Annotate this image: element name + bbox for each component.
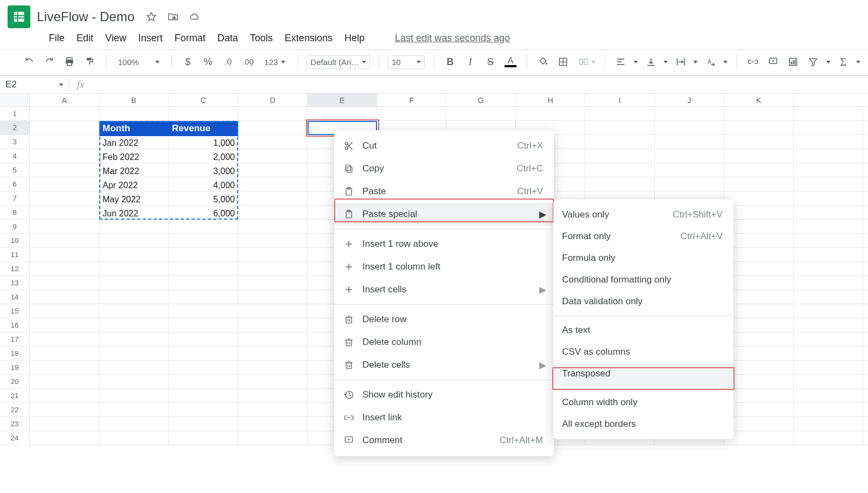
menu-copy[interactable]: Copy Ctrl+C <box>334 157 554 180</box>
col-header-A[interactable]: A <box>30 94 99 106</box>
increase-decimal-button[interactable]: .00̩ <box>241 54 256 69</box>
submenu-as-text[interactable]: As text <box>553 319 733 341</box>
row-header[interactable]: 9 <box>0 220 29 234</box>
menu-format[interactable]: Format <box>175 33 206 44</box>
row-header[interactable]: 21 <box>0 389 29 403</box>
row-header[interactable]: 17 <box>0 332 29 347</box>
menu-paste-special[interactable]: Paste special ▶ <box>334 203 554 226</box>
row-header[interactable]: 4 <box>0 149 29 163</box>
row-header[interactable]: 13 <box>0 276 29 290</box>
menu-show-history[interactable]: Show edit history <box>334 383 554 406</box>
menu-delete-col[interactable]: Delete column <box>334 331 554 354</box>
fill-color-button[interactable] <box>536 54 551 69</box>
menu-help[interactable]: Help <box>344 33 365 44</box>
row-header[interactable]: 12 <box>0 262 29 276</box>
row-header[interactable]: 15 <box>0 304 29 318</box>
v-align-button[interactable] <box>643 54 658 69</box>
menu-comment[interactable]: Comment Ctrl+Alt+M <box>334 429 554 452</box>
col-header-D[interactable]: D <box>238 94 308 106</box>
strikethrough-button[interactable]: S <box>483 54 497 69</box>
font-select[interactable]: Default (Ari… <box>307 55 370 69</box>
decrease-decimal-button[interactable]: .0̩ <box>221 54 235 69</box>
menu-delete-row[interactable]: Delete row <box>334 308 554 331</box>
move-folder-icon[interactable] <box>167 11 179 23</box>
menu-extensions[interactable]: Extensions <box>285 33 333 44</box>
bold-button[interactable]: B <box>443 54 457 69</box>
row-header[interactable]: 7 <box>0 191 29 206</box>
print-icon[interactable] <box>62 54 76 69</box>
submenu-format-only[interactable]: Format only Ctrl+Alt+V <box>553 226 733 247</box>
row-header[interactable]: 10 <box>0 234 29 248</box>
paint-format-icon[interactable] <box>82 54 97 69</box>
menu-data[interactable]: Data <box>218 33 238 44</box>
filter-icon[interactable] <box>806 54 821 69</box>
menu-tools[interactable]: Tools <box>250 33 273 44</box>
row-header[interactable]: 2 <box>0 121 29 135</box>
redo-icon[interactable] <box>42 54 56 69</box>
row-header[interactable]: 23 <box>0 417 29 431</box>
row-header[interactable]: 3 <box>0 135 29 149</box>
submenu-transposed[interactable]: Transposed <box>553 363 733 385</box>
formula-input[interactable] <box>92 76 868 93</box>
row-header[interactable]: 24 <box>0 431 29 445</box>
row-header[interactable]: 19 <box>0 361 29 375</box>
col-header-E[interactable]: E <box>308 94 377 106</box>
number-format-select[interactable]: 123 <box>261 57 289 67</box>
row-header[interactable]: 18 <box>0 347 29 361</box>
row-header[interactable]: 11 <box>0 248 29 262</box>
submenu-values-only[interactable]: Values only Ctrl+Shift+V <box>553 204 733 226</box>
select-all-corner[interactable] <box>0 94 30 106</box>
submenu-col-width-only[interactable]: Column width only <box>553 392 733 413</box>
row-header[interactable]: 1 <box>0 107 29 121</box>
insert-chart-icon[interactable] <box>786 54 801 69</box>
menu-insert-cells[interactable]: Insert cells ▶ <box>334 278 554 301</box>
text-rotate-button[interactable]: A <box>703 54 718 69</box>
currency-button[interactable]: $ <box>181 54 195 69</box>
last-edit-link[interactable]: Last edit was seconds ago <box>395 33 510 44</box>
submenu-data-val-only[interactable]: Data validation only <box>553 291 733 312</box>
undo-icon[interactable] <box>22 54 36 69</box>
italic-button[interactable]: I <box>463 54 477 69</box>
menu-insert-row-above[interactable]: Insert 1 row above <box>334 233 554 255</box>
row-header[interactable]: 8 <box>0 206 29 220</box>
percent-button[interactable]: % <box>201 54 215 69</box>
menu-paste[interactable]: Paste Ctrl+V <box>334 180 554 203</box>
h-align-button[interactable] <box>614 54 628 69</box>
menu-insert[interactable]: Insert <box>138 33 163 44</box>
submenu-all-except-borders[interactable]: All except borders <box>553 413 733 435</box>
col-header-F[interactable]: F <box>377 94 446 106</box>
menu-file[interactable]: File <box>49 33 65 44</box>
name-box[interactable]: E2 <box>0 76 69 93</box>
borders-button[interactable] <box>556 54 571 69</box>
text-wrap-button[interactable] <box>673 54 688 69</box>
menu-insert-link[interactable]: Insert link <box>334 406 554 429</box>
row-header[interactable]: 14 <box>0 290 29 304</box>
row-header[interactable]: 22 <box>0 403 29 417</box>
menu-insert-col-left[interactable]: Insert 1 column left <box>334 255 554 278</box>
col-header-K[interactable]: K <box>724 94 794 106</box>
row-header[interactable]: 5 <box>0 163 29 177</box>
insert-comment-icon[interactable] <box>765 54 780 69</box>
row-header[interactable]: 6 <box>0 177 29 191</box>
col-header-H[interactable]: H <box>516 94 585 106</box>
col-header-B[interactable]: B <box>99 94 169 106</box>
cloud-status-icon[interactable] <box>189 11 201 23</box>
submenu-formula-only[interactable]: Formula only <box>553 247 733 269</box>
zoom-select[interactable]: 100% <box>114 57 162 67</box>
menu-edit[interactable]: Edit <box>76 33 93 44</box>
merge-cells-button[interactable] <box>576 54 591 69</box>
menu-delete-cells[interactable]: Delete cells ▶ <box>334 354 554 376</box>
insert-link-icon[interactable] <box>745 54 760 69</box>
col-header-G[interactable]: G <box>446 94 516 106</box>
row-header[interactable]: 16 <box>0 318 29 332</box>
row-header[interactable]: 20 <box>0 375 29 389</box>
star-icon[interactable] <box>145 11 157 23</box>
font-size-select[interactable]: 10 <box>388 55 425 69</box>
functions-icon[interactable]: Σ <box>836 54 851 69</box>
submenu-cond-fmt-only[interactable]: Conditional formatting only <box>553 269 733 291</box>
doc-title[interactable]: LiveFlow - Demo <box>37 9 135 24</box>
col-header-C[interactable]: C <box>169 94 238 106</box>
submenu-csv-cols[interactable]: CSV as columns <box>553 341 733 363</box>
menu-cut[interactable]: Cut Ctrl+X <box>334 135 554 157</box>
menu-view[interactable]: View <box>105 33 126 44</box>
